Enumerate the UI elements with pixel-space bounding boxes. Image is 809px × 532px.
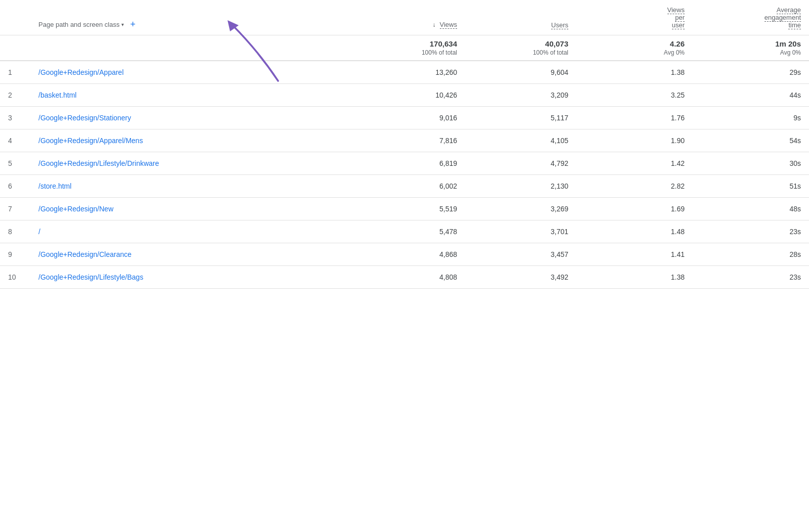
totals-page-cell — [30, 35, 354, 61]
users-column-header: Users — [465, 0, 576, 35]
row-aet: 54s — [693, 129, 809, 152]
row-views: 4,868 — [354, 243, 465, 266]
totals-aet-cell: 1m 20s Avg 0% — [693, 35, 809, 61]
row-page[interactable]: /basket.html — [30, 84, 354, 107]
row-vpu: 1.90 — [576, 129, 693, 152]
row-index: 1 — [0, 61, 30, 84]
row-users: 4,105 — [465, 129, 576, 152]
views-per-user-column-header: Viewsperuser — [576, 0, 693, 35]
table-row: 8 / 5,478 3,701 1.48 23s — [0, 220, 809, 243]
row-users: 9,604 — [465, 61, 576, 84]
row-views: 5,519 — [354, 198, 465, 220]
row-index: 7 — [0, 198, 30, 220]
table-row: 4 /Google+Redesign/Apparel/Mens 7,816 4,… — [0, 129, 809, 152]
table-row: 2 /basket.html 10,426 3,209 3.25 44s — [0, 84, 809, 107]
users-header-label: Users — [551, 21, 568, 29]
row-index: 5 — [0, 152, 30, 175]
add-dimension-button[interactable]: + — [128, 20, 138, 29]
row-page[interactable]: /Google+Redesign/Stationery — [30, 107, 354, 129]
totals-vpu-cell: 4.26 Avg 0% — [576, 35, 693, 61]
table-row: 3 /Google+Redesign/Stationery 9,016 5,11… — [0, 107, 809, 129]
row-vpu: 1.42 — [576, 152, 693, 175]
row-users: 2,130 — [465, 175, 576, 198]
row-aet: 48s — [693, 198, 809, 220]
row-users: 3,492 — [465, 266, 576, 289]
row-index: 2 — [0, 84, 30, 107]
row-vpu: 1.38 — [576, 61, 693, 84]
table-row: 10 /Google+Redesign/Lifestyle/Bags 4,808… — [0, 266, 809, 289]
table-row: 5 /Google+Redesign/Lifestyle/Drinkware 6… — [0, 152, 809, 175]
table-body: 1 /Google+Redesign/Apparel 13,260 9,604 … — [0, 61, 809, 289]
row-views: 13,260 — [354, 61, 465, 84]
row-aet: 30s — [693, 152, 809, 175]
row-users: 3,701 — [465, 220, 576, 243]
page-path-header-label: Page path and screen class — [38, 21, 119, 28]
row-page[interactable]: /Google+Redesign/Apparel/Mens — [30, 129, 354, 152]
analytics-table-container: Page path and screen class ▾ + ↓ Views U… — [0, 0, 809, 289]
sort-down-icon: ↓ — [433, 21, 436, 28]
table-row: 6 /store.html 6,002 2,130 2.82 51s — [0, 175, 809, 198]
totals-users-value: 40,073 — [473, 39, 568, 48]
row-aet: 29s — [693, 61, 809, 84]
row-aet: 28s — [693, 243, 809, 266]
row-aet: 23s — [693, 266, 809, 289]
row-index: 6 — [0, 175, 30, 198]
row-index: 4 — [0, 129, 30, 152]
row-views: 6,002 — [354, 175, 465, 198]
row-index: 3 — [0, 107, 30, 129]
row-aet: 23s — [693, 220, 809, 243]
row-views: 10,426 — [354, 84, 465, 107]
totals-users-sub: 100% of total — [533, 49, 568, 56]
row-aet: 51s — [693, 175, 809, 198]
totals-users-cell: 40,073 100% of total — [465, 35, 576, 61]
row-page[interactable]: /Google+Redesign/Lifestyle/Drinkware — [30, 152, 354, 175]
row-users: 4,792 — [465, 152, 576, 175]
row-page[interactable]: / — [30, 220, 354, 243]
table-row: 1 /Google+Redesign/Apparel 13,260 9,604 … — [0, 61, 809, 84]
row-users: 3,269 — [465, 198, 576, 220]
page-path-column-header: Page path and screen class ▾ + — [30, 0, 354, 35]
table-totals-row: 170,634 100% of total 40,073 100% of tot… — [0, 35, 809, 61]
index-column-header — [0, 0, 30, 35]
totals-aet-value: 1m 20s — [701, 39, 801, 48]
row-views: 6,819 — [354, 152, 465, 175]
row-page[interactable]: /Google+Redesign/Clearance — [30, 243, 354, 266]
row-page[interactable]: /Google+Redesign/Lifestyle/Bags — [30, 266, 354, 289]
row-vpu: 3.25 — [576, 84, 693, 107]
totals-vpu-value: 4.26 — [585, 39, 685, 48]
analytics-table: Page path and screen class ▾ + ↓ Views U… — [0, 0, 809, 289]
views-per-user-header-label: Viewsperuser — [667, 6, 685, 29]
row-aet: 9s — [693, 107, 809, 129]
table-row: 7 /Google+Redesign/New 5,519 3,269 1.69 … — [0, 198, 809, 220]
row-users: 3,209 — [465, 84, 576, 107]
page-path-dropdown-button[interactable]: Page path and screen class ▾ — [38, 21, 124, 28]
totals-aet-sub: Avg 0% — [780, 49, 801, 56]
row-index: 10 — [0, 266, 30, 289]
totals-views-value: 170,634 — [362, 39, 457, 48]
table-header-row: Page path and screen class ▾ + ↓ Views U… — [0, 0, 809, 35]
views-column-header: ↓ Views — [354, 0, 465, 35]
row-page[interactable]: /store.html — [30, 175, 354, 198]
row-views: 9,016 — [354, 107, 465, 129]
row-page[interactable]: /Google+Redesign/Apparel — [30, 61, 354, 84]
totals-views-cell: 170,634 100% of total — [354, 35, 465, 61]
row-users: 5,117 — [465, 107, 576, 129]
row-vpu: 1.76 — [576, 107, 693, 129]
row-vpu: 1.48 — [576, 220, 693, 243]
row-vpu: 2.82 — [576, 175, 693, 198]
views-header-label: Views — [440, 21, 457, 29]
row-vpu: 1.38 — [576, 266, 693, 289]
row-index: 9 — [0, 243, 30, 266]
totals-vpu-sub: Avg 0% — [664, 49, 685, 56]
row-views: 4,808 — [354, 266, 465, 289]
totals-index-cell — [0, 35, 30, 61]
totals-views-sub: 100% of total — [422, 49, 457, 56]
row-aet: 44s — [693, 84, 809, 107]
avg-engagement-header-label: Averageengagementtime — [765, 6, 801, 29]
row-users: 3,457 — [465, 243, 576, 266]
row-page[interactable]: /Google+Redesign/New — [30, 198, 354, 220]
row-vpu: 1.69 — [576, 198, 693, 220]
dropdown-arrow-icon: ▾ — [121, 22, 124, 27]
row-views: 5,478 — [354, 220, 465, 243]
row-vpu: 1.41 — [576, 243, 693, 266]
